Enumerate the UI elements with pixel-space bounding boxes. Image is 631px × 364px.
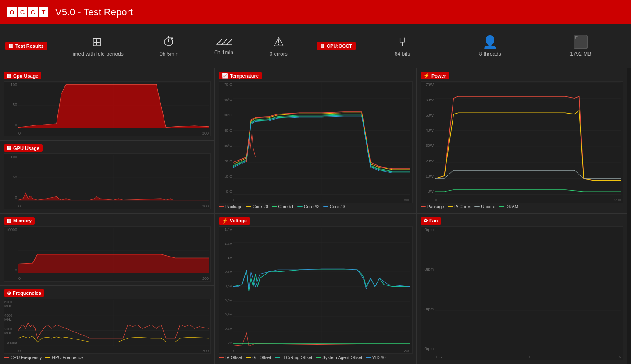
legend-llc-ring: LLC/Ring Offset: [275, 355, 312, 360]
cpu-occt-label: CPU:OCCT: [327, 43, 352, 49]
cpu-occt-icon: ▦: [320, 43, 324, 49]
legend-core2-label: Core #2: [304, 204, 320, 209]
errors-item: ⚠ 0 errors: [269, 35, 287, 57]
temperature-icon: 📈: [222, 73, 228, 79]
legend-power-package: Package: [421, 204, 444, 209]
test-results-items: ⊞ Timed with Idle periods ⏱ 0h 5min ZZZ …: [52, 35, 306, 57]
frequencies-legend: CPU Frequency GPU Frequency: [4, 354, 211, 360]
gpu-usage-svg: [18, 155, 209, 200]
legend-dram-label: DRAM: [506, 204, 518, 209]
legend-cpu-freq: CPU Frequency: [4, 355, 42, 360]
logo-t: T: [39, 7, 48, 17]
cpu-usage-y-axis: 100500: [4, 82, 18, 128]
gpu-usage-panel: ▦ GPU Usage 100500 0200: [0, 140, 215, 213]
power-legend: Package IA Cores Uncore DRAM: [421, 203, 623, 209]
bits-icon: ⑂: [399, 35, 406, 49]
fan-chart: 0rpm0rpm0rpm0rpm -0.500.5: [421, 226, 623, 360]
fan-svg: [435, 228, 621, 352]
gpu-usage-header: ▦ GPU Usage: [4, 144, 211, 152]
voltage-legend: IA Offset GT Offset LLC/Ring Offset Syst…: [219, 354, 413, 360]
legend-ia-offset-color: [219, 357, 224, 358]
cpu-usage-chart: 100500 0200: [4, 81, 211, 136]
test-results-section: ▦ Test Results ⊞ Timed with Idle periods…: [0, 24, 311, 68]
logo-o: O: [7, 7, 17, 17]
power-svg: [435, 82, 621, 195]
legend-core3-color: [323, 206, 328, 207]
memory-badge: ▦ Memory: [4, 217, 35, 225]
test-results-badge: ▦ Test Results: [5, 42, 47, 50]
fan-title: Fan: [429, 218, 438, 223]
voltage-chart: 1,4V1,2V1V0,8V0,6V0,5V0,4V0,2V0V: [219, 226, 413, 354]
timed-icon: ⊞: [92, 35, 102, 49]
fan-badge: ✿ Fan: [421, 217, 441, 225]
memory-icon: ▦: [7, 218, 11, 224]
memory-chart: 100000 0200: [4, 226, 211, 282]
page-title: V5.0 - Test Report: [55, 7, 133, 18]
threads-label: 8 threads: [479, 51, 501, 57]
cpu-usage-icon: ▦: [7, 73, 11, 79]
legend-sys-agent-color: [316, 357, 321, 358]
power-panel: ⚡ Power 70W60W50W40W30W20W10W0W: [417, 68, 627, 213]
legend-gpu-freq-color: [45, 357, 50, 358]
fan-x-axis: -0.500.5: [435, 354, 621, 360]
legend-core1: Core #1: [272, 204, 294, 209]
voltage-y-axis: 1,4V1,2V1V0,8V0,6V0,5V0,4V0,2V0V: [219, 227, 233, 346]
frequencies-title: Frequencies: [13, 290, 41, 296]
power-header: ⚡ Power: [421, 72, 623, 79]
power-x-axis: 0200: [435, 197, 621, 203]
cpu-occt-badge: ▦ CPU:OCCT: [317, 42, 356, 50]
fan-panel: ✿ Fan 0rpm0rpm0rpm0rpm -0.500: [417, 213, 627, 364]
legend-llc-ring-label: LLC/Ring Offset: [281, 355, 312, 360]
legend-power-package-label: Package: [427, 204, 444, 209]
memory-svg: [18, 228, 209, 273]
duration-item: ⏱ 0h 5min: [160, 35, 178, 57]
legend-gpu-freq: GPU Frequency: [45, 355, 83, 360]
power-chart: 70W60W50W40W30W20W10W0W: [421, 81, 623, 203]
frequencies-header: ⊚ Frequencies: [4, 289, 211, 297]
charts-grid: ▦ Cpu Usage 100500 0200: [0, 68, 631, 364]
legend-power-package-color: [421, 206, 426, 207]
logo-c2: C: [28, 7, 38, 17]
svg-marker-32: [18, 254, 209, 273]
cpu-usage-badge: ▦ Cpu Usage: [4, 72, 41, 79]
frequencies-x-axis: 0200: [18, 348, 209, 353]
fan-icon: ✿: [424, 218, 428, 224]
frequencies-svg: [18, 300, 209, 346]
legend-cpu-freq-color: [4, 357, 9, 358]
temperature-title: Temperature: [230, 73, 259, 79]
bits-item: ⑂ 64 bits: [395, 35, 410, 57]
legend-core1-label: Core #1: [278, 204, 294, 209]
legend-core3-label: Core #3: [330, 204, 346, 209]
cpu-usage-title: Cpu Usage: [13, 73, 38, 79]
memory-chip-icon: ⬛: [573, 35, 588, 49]
legend-vid0-color: [366, 357, 371, 358]
legend-core0-color: [246, 206, 251, 207]
legend-sys-agent-label: System Agent Offset: [322, 355, 362, 360]
fan-header: ✿ Fan: [421, 217, 623, 225]
legend-core2: Core #2: [297, 204, 320, 209]
power-badge: ⚡ Power: [421, 72, 449, 79]
legend-uncore-color: [474, 206, 480, 207]
legend-uncore: Uncore: [474, 204, 495, 209]
legend-ia-cores: IA Cores: [448, 204, 471, 209]
legend-uncore-label: Uncore: [481, 204, 495, 209]
idle-icon: ZZZ: [216, 36, 231, 48]
memory-item: ⬛ 1792 MB: [570, 35, 591, 57]
temperature-legend: Package Core #0 Core #1 Core #2 Core #3: [219, 203, 413, 209]
gpu-usage-icon: ▦: [7, 145, 11, 151]
legend-llc-ring-color: [275, 357, 280, 358]
temperature-x-axis: 0800: [233, 197, 410, 203]
bits-label: 64 bits: [395, 51, 410, 57]
power-title: Power: [431, 73, 446, 79]
power-icon: ⚡: [424, 73, 430, 79]
voltage-icon: ⚡: [222, 218, 228, 224]
temperature-chart: 70°C60°C50°C40°C30°C20°C10°C0°C: [219, 81, 413, 203]
gpu-usage-badge: ▦ GPU Usage: [4, 144, 43, 152]
voltage-title: Voltage: [230, 218, 247, 223]
legend-sys-agent: System Agent Offset: [316, 355, 362, 360]
svg-marker-4: [18, 84, 209, 128]
duration-icon: ⏱: [163, 35, 175, 49]
voltage-panel: ⚡ Voltage 1,4V1,2V1V0,8V0,6V0,5V0,4V0,2V…: [215, 213, 417, 364]
cpu-usage-x-axis: 0200: [18, 131, 209, 136]
test-type-item: ⊞ Timed with Idle periods: [70, 35, 124, 57]
